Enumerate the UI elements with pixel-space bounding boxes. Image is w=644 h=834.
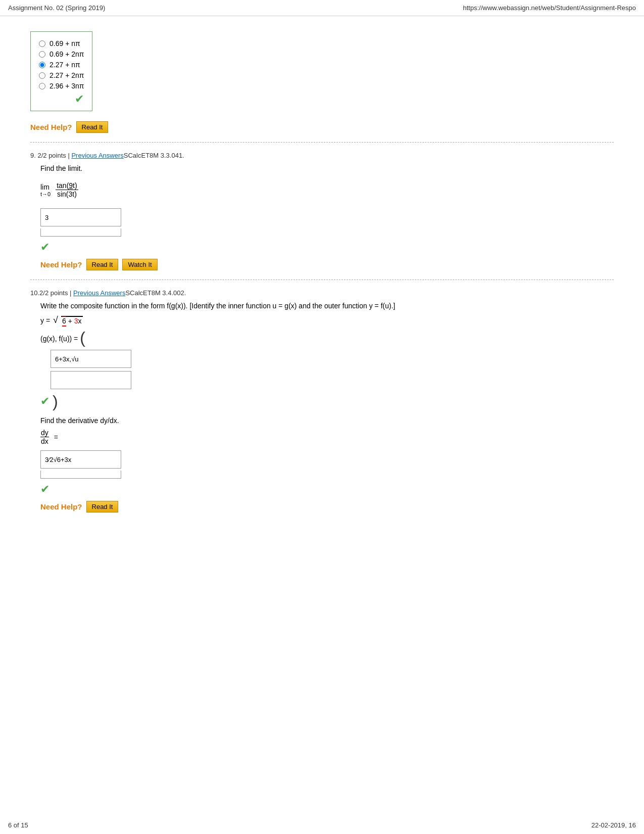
need-help-label-q10: Need Help? xyxy=(40,502,82,511)
dy-dx-fraction: dy dx xyxy=(40,429,49,445)
derivative-answer-value: 3∕2√6+3x xyxy=(45,456,71,464)
limit-lim: lim t→0 xyxy=(40,183,51,197)
question-9-number: 9. 2/2 points | xyxy=(30,152,70,159)
radio-input-1[interactable] xyxy=(39,40,45,47)
derivative-answer-box[interactable]: 3∕2√6+3x xyxy=(40,450,121,469)
page-title-right: https://www.webassign.net/web/Student/As… xyxy=(463,4,636,12)
radio-option-4[interactable]: 2.27 + 2nπ xyxy=(39,71,84,79)
footer-page-count: 6 of 15 xyxy=(8,821,28,829)
answer-box-q9[interactable]: 3 xyxy=(40,208,121,226)
page-title-left: Assignment No. 02 (Spring 2019) xyxy=(8,4,105,12)
radio-input-5[interactable] xyxy=(39,83,45,89)
composite-row: (g(x), f(u)) = ( xyxy=(40,330,614,346)
equation-line: y = √ 6 + 3x xyxy=(40,315,614,326)
need-help-q9: Need Help? Read It Watch It xyxy=(40,259,614,270)
input-box-2[interactable] xyxy=(51,371,131,389)
need-help-label-q8: Need Help? xyxy=(30,123,72,131)
checkmark-q10b: ✔ xyxy=(40,483,49,495)
dydx-line: dy dx = xyxy=(40,429,614,445)
previous-answers-q9[interactable]: Previous Answers xyxy=(71,152,123,159)
radio-label-2: 0.69 + 2nπ xyxy=(49,50,84,58)
radicand: 6 + 3x xyxy=(61,316,83,325)
checkmark-q8: ✔ xyxy=(75,92,84,105)
radio-option-2[interactable]: 0.69 + 2nπ xyxy=(39,50,84,58)
equals-sign: = xyxy=(54,433,58,441)
checkmark-row-q10b: ✔ xyxy=(40,483,614,496)
answer-box-q9-bottom xyxy=(40,228,121,237)
radio-label-1: 0.69 + nπ xyxy=(49,39,80,48)
question-8-section: 0.69 + nπ 0.69 + 2nπ 2.27 + nπ 2.27 + 2n… xyxy=(30,31,614,133)
checkmark-q10a: ✔ xyxy=(40,395,49,408)
previous-answers-q10[interactable]: Previous Answers xyxy=(73,289,125,297)
dy-top: dy xyxy=(40,429,49,437)
need-help-label-q9: Need Help? xyxy=(40,260,82,269)
radio-option-1[interactable]: 0.69 + nπ xyxy=(39,39,84,48)
radio-option-3[interactable]: 2.27 + nπ xyxy=(39,61,84,69)
checkmark-paren-row: ✔ ) xyxy=(40,393,614,409)
radio-option-5[interactable]: 2.96 + 3nπ xyxy=(39,82,84,90)
question-9-body: Find the limit. lim t→0 tan(9t) sin(3t) … xyxy=(40,164,614,270)
radio-group-q8: 0.69 + nπ 0.69 + 2nπ 2.27 + nπ 2.27 + 2n… xyxy=(30,31,92,111)
limit-numerator: tan(9t) xyxy=(56,181,78,190)
limit-expression: lim t→0 tan(9t) sin(3t) xyxy=(40,181,79,198)
need-help-q10: Need Help? Read It xyxy=(40,501,614,513)
page-footer: 6 of 15 22-02-2019, 16 xyxy=(0,821,644,829)
sqrt-symbol: √ xyxy=(53,315,58,326)
radio-input-2[interactable] xyxy=(39,51,45,58)
gx-fu-label: (g(x), f(u)) = xyxy=(40,335,78,343)
radio-label-3: 2.27 + nπ xyxy=(49,61,80,69)
limit-sub-text: t→0 xyxy=(40,191,51,197)
question-9-instruction: Find the limit. xyxy=(40,164,614,172)
read-it-button-q9[interactable]: Read It xyxy=(86,259,119,270)
answer-value-q9: 3 xyxy=(45,214,48,221)
derivative-answer-container: 3∕2√6+3x xyxy=(40,448,614,479)
radio-label-5: 2.96 + 3nπ xyxy=(49,82,84,90)
radio-input-3[interactable] xyxy=(39,62,45,68)
close-paren: ) xyxy=(53,393,58,409)
separator-1 xyxy=(30,142,614,143)
question-10-body: Write the composite function in the form… xyxy=(40,302,614,513)
open-paren: ( xyxy=(80,330,85,346)
two-inputs[interactable]: 6+3x,√u xyxy=(51,349,614,390)
derivative-box-bottom xyxy=(40,471,121,479)
derivative-instruction: Find the derivative dy/dx. xyxy=(40,416,614,425)
question-9-section: 9. 2/2 points | Previous AnswersSCalcET8… xyxy=(30,152,614,270)
need-help-q8: Need Help? Read It xyxy=(30,121,614,133)
limit-fraction: tan(9t) sin(3t) xyxy=(56,181,78,198)
footer-date: 22-02-2019, 16 xyxy=(591,821,636,829)
question-10-section: 10.2/2 points | Previous AnswersSCalcET8… xyxy=(30,289,614,513)
dx-bottom: dx xyxy=(40,437,49,445)
separator-2 xyxy=(30,280,614,280)
problem-code-q9: SCalcET8M 3.3.041. xyxy=(124,152,184,159)
read-it-button-q10[interactable]: Read It xyxy=(86,501,119,513)
input-value-1: 6+3x,√u xyxy=(55,355,79,363)
limit-text: lim xyxy=(40,183,49,191)
radio-input-4[interactable] xyxy=(39,72,45,79)
question-10-number: 10.2/2 points | xyxy=(30,289,71,297)
limit-denominator: sin(3t) xyxy=(56,190,78,198)
eq-y-label: y = xyxy=(40,316,50,325)
question-10-instruction: Write the composite function in the form… xyxy=(40,302,614,310)
question-10-header: 10.2/2 points | Previous AnswersSCalcET8… xyxy=(30,289,614,297)
input-box-1[interactable]: 6+3x,√u xyxy=(51,350,131,368)
question-9-header: 9. 2/2 points | Previous AnswersSCalcET8… xyxy=(30,152,614,159)
radio-label-4: 2.27 + 2nπ xyxy=(49,71,84,79)
watch-it-button-q9[interactable]: Watch It xyxy=(122,259,157,270)
read-it-button-q8[interactable]: Read It xyxy=(76,121,109,133)
problem-code-q10: SCalcET8M 3.4.002. xyxy=(125,289,186,297)
checkmark-q9: ✔ xyxy=(40,241,49,253)
